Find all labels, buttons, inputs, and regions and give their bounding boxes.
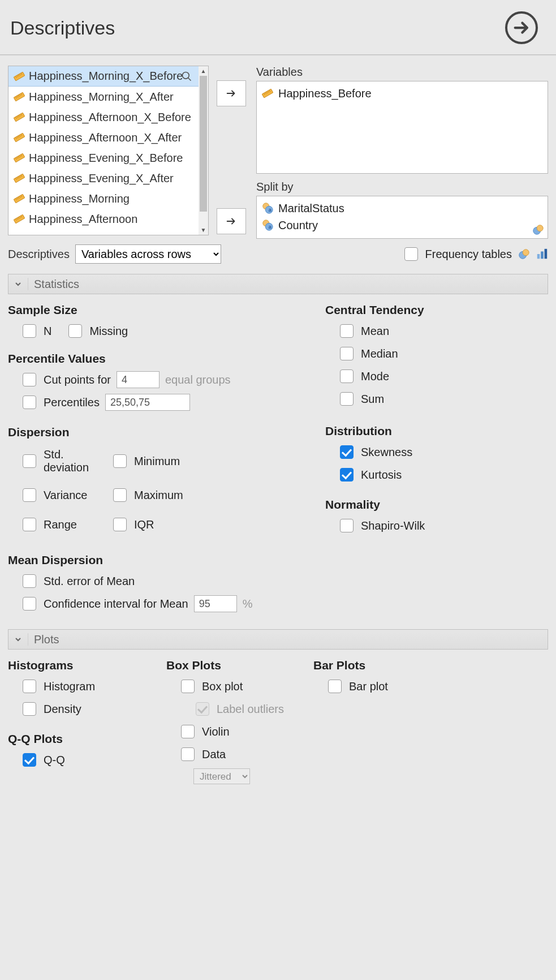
page-title: Descriptives (10, 17, 115, 39)
mode-checkbox[interactable] (340, 369, 354, 383)
density-checkbox[interactable] (23, 702, 36, 716)
qq-label: Q-Q (44, 754, 65, 767)
source-variable-label: Happiness_Afternoon_X_Before (29, 111, 191, 124)
source-variable-label: Happiness_Morning_X_Before (29, 70, 183, 83)
source-variable-item[interactable]: Happiness_Afternoon_X_After (8, 127, 208, 148)
arrow-right-icon (225, 87, 238, 100)
missing-checkbox[interactable] (68, 324, 82, 338)
statistics-section-header[interactable]: Statistics (8, 274, 548, 294)
header-divider (0, 54, 556, 55)
source-variable-item[interactable]: Happiness_Evening_X_After (8, 168, 208, 188)
median-checkbox[interactable] (340, 347, 354, 360)
missing-label: Missing (89, 325, 128, 338)
equal-groups-label: equal groups (165, 373, 231, 386)
bar-plots-heading: Bar Plots (313, 659, 548, 672)
cut-points-label: Cut points for (44, 373, 111, 386)
central-tendency-heading: Central Tendency (325, 303, 548, 317)
cut-points-checkbox[interactable] (23, 373, 36, 386)
move-to-split-button[interactable] (217, 208, 246, 234)
sum-checkbox[interactable] (340, 392, 354, 406)
run-button[interactable] (505, 11, 538, 44)
kurtosis-checkbox[interactable] (340, 468, 354, 482)
shapiro-wilk-checkbox[interactable] (340, 519, 354, 532)
bar-plot-checkbox[interactable] (328, 680, 342, 693)
variance-checkbox[interactable] (23, 488, 36, 502)
frequency-tables-label: Frequency tables (425, 248, 512, 261)
scroll-up-icon[interactable]: ▲ (199, 66, 208, 76)
source-variable-item[interactable]: Happiness_Evening_X_Before (8, 148, 208, 168)
search-icon[interactable] (180, 70, 193, 83)
histogram-checkbox[interactable] (23, 680, 36, 693)
n-label: N (44, 325, 51, 338)
source-list-scrollbar[interactable]: ▲ ▼ (199, 66, 208, 235)
plots-section-title: Plots (34, 633, 59, 646)
kurtosis-label: Kurtosis (361, 468, 402, 482)
skewness-checkbox[interactable] (340, 445, 354, 459)
source-variable-item[interactable]: Happiness_Morning_X_Before (8, 66, 208, 87)
label-outliers-checkbox (196, 702, 209, 716)
iqr-label: IQR (134, 518, 154, 531)
plots-section-header[interactable]: Plots (8, 629, 548, 650)
scrollbar-thumb[interactable] (200, 76, 207, 212)
split-item[interactable]: MaritalStatus (261, 200, 543, 217)
split-item-label: Country (278, 219, 318, 232)
scale-icon (13, 70, 25, 83)
svg-point-14 (183, 72, 189, 79)
source-variable-item[interactable]: Happiness_Morning (8, 188, 208, 209)
scale-icon (13, 192, 25, 205)
percentiles-checkbox[interactable] (23, 396, 36, 409)
range-label: Range (44, 518, 77, 531)
split-box-label: Split by (256, 180, 548, 194)
cut-points-input[interactable] (117, 371, 160, 388)
move-to-variables-button[interactable] (217, 80, 246, 106)
nominal-icon (261, 219, 274, 231)
source-variable-label: Happiness_Afternoon_X_After (29, 131, 182, 144)
violin-label: Violin (202, 725, 230, 738)
descriptives-layout-label: Descriptives (8, 248, 70, 261)
minimum-checkbox[interactable] (113, 454, 127, 468)
split-box[interactable]: MaritalStatusCountry (256, 196, 548, 239)
variables-box-label: Variables (256, 66, 548, 79)
arrow-right-icon (512, 18, 531, 37)
source-variable-item[interactable]: Happiness_Afternoon (8, 209, 208, 229)
descriptives-layout-select[interactable]: Variables across rows (75, 244, 221, 264)
violin-checkbox[interactable] (181, 725, 195, 738)
variables-box[interactable]: Happiness_Before (256, 81, 548, 174)
source-variable-label: Happiness_Evening (29, 233, 130, 236)
variables-item[interactable]: Happiness_Before (261, 85, 543, 102)
data-checkbox[interactable] (181, 747, 195, 761)
scale-icon (13, 233, 25, 235)
range-checkbox[interactable] (23, 518, 36, 531)
ci-value-input[interactable] (194, 595, 237, 612)
maximum-checkbox[interactable] (113, 488, 127, 502)
qq-checkbox[interactable] (23, 753, 36, 767)
frequency-tables-checkbox[interactable] (404, 247, 418, 261)
n-checkbox[interactable] (23, 324, 36, 338)
source-variable-item[interactable]: Happiness_Afternoon_X_Before (8, 107, 208, 127)
se-mean-label: Std. error of Mean (44, 575, 135, 588)
split-item[interactable]: Country (261, 217, 543, 234)
distribution-heading: Distribution (325, 424, 548, 438)
mean-checkbox[interactable] (340, 324, 354, 338)
svg-line-15 (188, 78, 191, 81)
source-variable-item[interactable]: Happiness_Evening (8, 229, 208, 235)
variables-item-label: Happiness_Before (278, 87, 372, 100)
normality-heading: Normality (325, 498, 548, 512)
se-mean-checkbox[interactable] (23, 574, 36, 588)
box-plot-checkbox[interactable] (181, 680, 195, 693)
scale-icon (261, 87, 274, 100)
percentiles-input[interactable] (105, 394, 190, 411)
std-deviation-checkbox[interactable] (23, 454, 36, 468)
statistics-section-title: Statistics (34, 278, 79, 291)
iqr-checkbox[interactable] (113, 518, 127, 531)
box-plot-label: Box plot (202, 680, 243, 693)
ci-percent-label: % (243, 598, 253, 611)
qq-plots-heading: Q-Q Plots (8, 732, 166, 746)
bar-plot-label: Bar plot (349, 680, 388, 693)
source-variable-item[interactable]: Happiness_Morning_X_After (8, 87, 208, 107)
ci-mean-label: Confidence interval for Mean (44, 598, 188, 611)
scroll-down-icon[interactable]: ▼ (199, 225, 208, 235)
scale-icon (13, 111, 25, 123)
source-variable-list[interactable]: Happiness_Morning_X_BeforeHappiness_Morn… (8, 66, 209, 235)
ci-mean-checkbox[interactable] (23, 597, 36, 611)
